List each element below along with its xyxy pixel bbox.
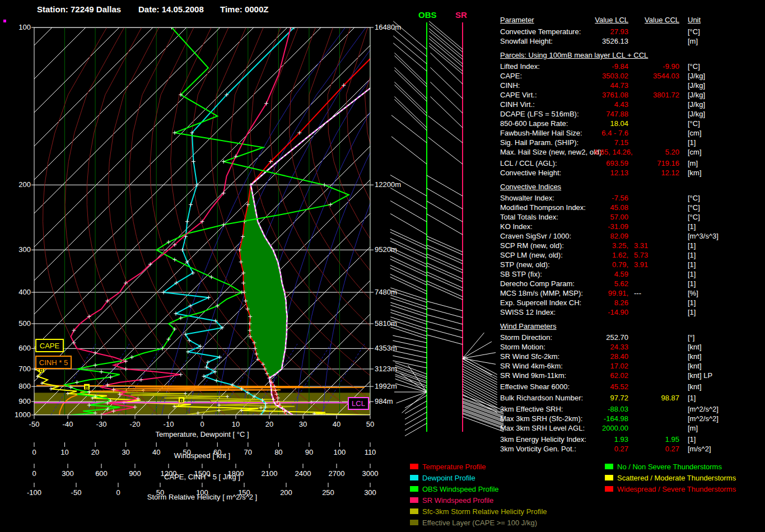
value-ccl [628, 361, 679, 371]
value-lcl: 17.02 [594, 361, 628, 371]
table-section-header: Parcels: Using 100mB mean layer LCL + CC… [500, 50, 763, 60]
parameter-label: CINH Virt.: [500, 100, 594, 109]
value-ccl [628, 100, 679, 109]
parameter-label: Total Totals Index: [500, 212, 594, 222]
axis-tick-label: 300 [364, 488, 376, 497]
height-tick-label: 9520m [375, 245, 397, 254]
unit-label: [1] [679, 298, 763, 307]
unit-label: [m] [679, 158, 763, 168]
parameter-label: Exp. Supercell Index CH: [500, 298, 594, 307]
legend-label: Sfc-3km Storm Relative Helicity Profile [422, 507, 547, 516]
parameter-label: Convective Temperature: [500, 27, 594, 36]
height-tick-label: 984m [375, 397, 393, 405]
sr-barb-column-label: SR [455, 10, 467, 20]
severity-legend: No / Non Severe ThunderstormsScattered /… [605, 461, 736, 494]
height-tick-label: 12200m [375, 180, 401, 189]
value-ccl: --- [628, 288, 679, 298]
table-row: Convective Height:12.1312.12[km] [500, 168, 763, 178]
value-lcl: 7.15 [594, 138, 628, 147]
value-ccl: 719.16 [628, 158, 679, 168]
unit-label: [m^3/s^3] [679, 231, 763, 241]
value-lcl: 28.40 [594, 352, 628, 361]
value-lcl: 747.88 [594, 109, 628, 119]
table-row: SR Wind 9km-11km:62.02[knt] LP [500, 371, 763, 380]
value-ccl [628, 128, 679, 138]
unit-label: [°C] [679, 203, 763, 212]
legend-swatch [410, 464, 418, 469]
parameter-label: Lifted Index: [500, 62, 594, 71]
legend-label: SR Windspeed Profile [422, 496, 493, 505]
legend-label: No / Non Severe Thunderstorms [617, 463, 722, 471]
table-section-header: Wind Parameters [500, 321, 763, 331]
table-row: Max 3km SRH Level AGL:2000.00[m] [500, 423, 763, 433]
parameter-label: 3km Vorticity Gen. Pot.: [500, 444, 594, 454]
column-header-value-lcl: Value LCL [594, 15, 628, 25]
axis-tick-label: -30 [96, 420, 107, 428]
table-row: CINH:44.73[J/kg] [500, 81, 763, 90]
value-ccl [628, 298, 679, 307]
axis-tick-label: -20 [130, 420, 141, 428]
legend-swatch [605, 486, 613, 492]
value-ccl [628, 36, 679, 46]
table-row: CAPE:3503.023544.03[J/kg] [500, 71, 763, 81]
value-lcl: 99.91, [594, 288, 628, 298]
unit-label: [km] [679, 168, 763, 178]
table-row: Bulk Richardson Number:97.7298.87[1] [500, 393, 763, 403]
unit-label: [1] [679, 269, 763, 279]
pressure-tick-label: 1000 [15, 410, 31, 419]
unit-label: [knt] LP [679, 371, 763, 380]
value-lcl: -14.90 [594, 307, 628, 317]
value-lcl: -7.56 [594, 193, 628, 203]
value-ccl [628, 423, 679, 433]
parameter-label: Snowfall Height: [500, 36, 594, 46]
value-lcl: 0.27 [594, 444, 628, 454]
value-lcl: 252.70 [594, 333, 628, 342]
corner-dot [3, 20, 6, 22]
axis-tick-label: -10 [164, 420, 174, 428]
parameter-label: Effective Shear 6000: [500, 382, 594, 391]
legend-swatch [605, 464, 613, 469]
unit-label: [knt] [679, 361, 763, 371]
unit-label: [1] [679, 393, 763, 403]
legend-item: SR Windspeed Profile [410, 494, 547, 506]
table-row: MCS 18m/s (MMP, MSP):99.91,---[%] [500, 288, 763, 298]
value-ccl [628, 404, 679, 414]
unit-label: [1] [679, 307, 763, 317]
pressure-tick-label: 500 [18, 319, 31, 328]
unit-label: [J/kg] [679, 90, 763, 100]
axis-tick-label: 50 [366, 420, 374, 428]
axis-tick-label: 2700 [329, 469, 345, 478]
parameter-label: SCP LM (new, old): [500, 250, 594, 260]
height-tick-label: 3123m [375, 365, 397, 373]
parameter-label: SWISS 12 Index: [500, 307, 594, 317]
legend-swatch [410, 486, 418, 492]
annotation-boxes: CAPECINH * 5LCL [3, 20, 368, 409]
value-ccl: 1.95 [628, 435, 679, 444]
value-lcl: 4.43 [594, 100, 628, 109]
legend-label: Dewpoint Profile [422, 474, 475, 482]
unit-label: [m/s^2] [679, 444, 763, 454]
value-lcl: 44.73 [594, 81, 628, 90]
unit-label: [J/kg] [679, 71, 763, 81]
value-lcl: 3503.02 [594, 71, 628, 81]
axis-tick-label: 2100 [262, 469, 278, 478]
parameter-label: Storm Direction: [500, 333, 594, 342]
legend-label: Widespread / Severe Thunderstorms [617, 485, 736, 493]
table-row: Modified Thompson Index:45.08[°C] [500, 203, 763, 212]
value-lcl: 2000.00 [594, 423, 628, 433]
unit-label: [m] [679, 423, 763, 433]
value-ccl [628, 203, 679, 212]
time-label: Time: 0000Z [220, 4, 268, 14]
pressure-tick-label: 300 [18, 245, 31, 254]
value-ccl [628, 109, 679, 119]
sr-barb-column [427, 21, 503, 432]
axis-temp: -50-40-30-20-1001020304050Temperature, D… [29, 416, 375, 438]
pressure-tick-label: 900 [18, 397, 31, 405]
parameter-label: SR Wind 4km-6km: [500, 361, 594, 371]
axis-tick-label: -50 [71, 488, 82, 497]
table-row: Exp. Supercell Index CH:8.26[1] [500, 298, 763, 307]
parameter-label: CAPE: [500, 71, 594, 81]
unit-label: [1] [679, 260, 763, 269]
unit-label: [1] [679, 138, 763, 147]
unit-label: [1] [679, 435, 763, 444]
